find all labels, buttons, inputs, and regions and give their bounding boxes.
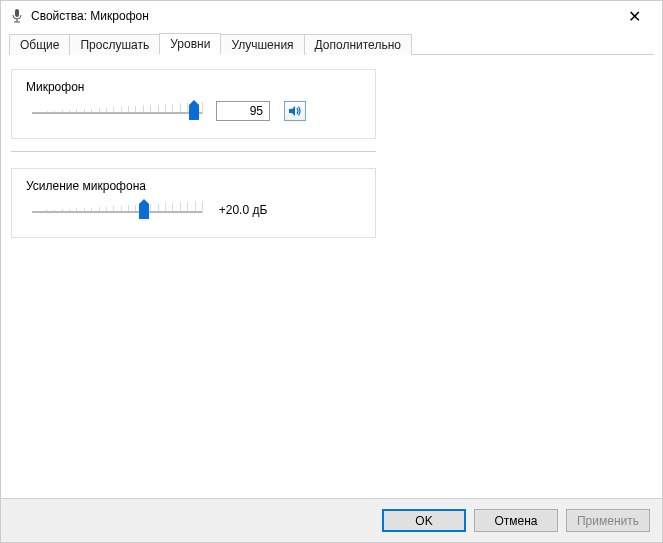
mic-level-slider[interactable] <box>32 100 202 122</box>
titlebar: Свойства: Микрофон ✕ <box>1 1 662 31</box>
tab-general[interactable]: Общие <box>9 34 70 55</box>
tab-content-levels: Микрофон 95 Усилени <box>1 55 662 498</box>
svg-rect-0 <box>15 9 19 17</box>
apply-button[interactable]: Применить <box>566 509 650 532</box>
mic-slider-thumb[interactable] <box>189 100 199 120</box>
tab-levels[interactable]: Уровни <box>159 33 221 55</box>
dialog-footer: OK Отмена Применить <box>1 498 662 542</box>
microphone-icon <box>9 8 25 24</box>
ok-button[interactable]: OK <box>382 509 466 532</box>
mic-boost-value: +20.0 дБ <box>216 203 270 217</box>
mic-level-value[interactable]: 95 <box>216 101 270 121</box>
tab-enhancements[interactable]: Улучшения <box>220 34 304 55</box>
mic-level-group: Микрофон 95 <box>11 69 376 139</box>
speaker-icon <box>288 104 302 118</box>
mic-boost-slider[interactable] <box>32 199 202 221</box>
mic-boost-label: Усиление микрофона <box>26 179 361 193</box>
close-button[interactable]: ✕ <box>614 7 654 26</box>
mic-boost-row: +20.0 дБ <box>26 199 361 221</box>
divider <box>11 151 376 152</box>
mic-level-row: 95 <box>26 100 361 122</box>
tab-advanced[interactable]: Дополнительно <box>304 34 412 55</box>
mic-level-label: Микрофон <box>26 80 361 94</box>
mic-mute-button[interactable] <box>284 101 306 121</box>
cancel-button[interactable]: Отмена <box>474 509 558 532</box>
tabs: Общие Прослушать Уровни Улучшения Дополн… <box>9 31 654 55</box>
tab-listen[interactable]: Прослушать <box>69 34 160 55</box>
boost-slider-thumb[interactable] <box>139 199 149 219</box>
window-title: Свойства: Микрофон <box>31 9 614 23</box>
tabs-container: Общие Прослушать Уровни Улучшения Дополн… <box>1 31 662 55</box>
mic-boost-group: Усиление микрофона +20.0 дБ <box>11 168 376 238</box>
